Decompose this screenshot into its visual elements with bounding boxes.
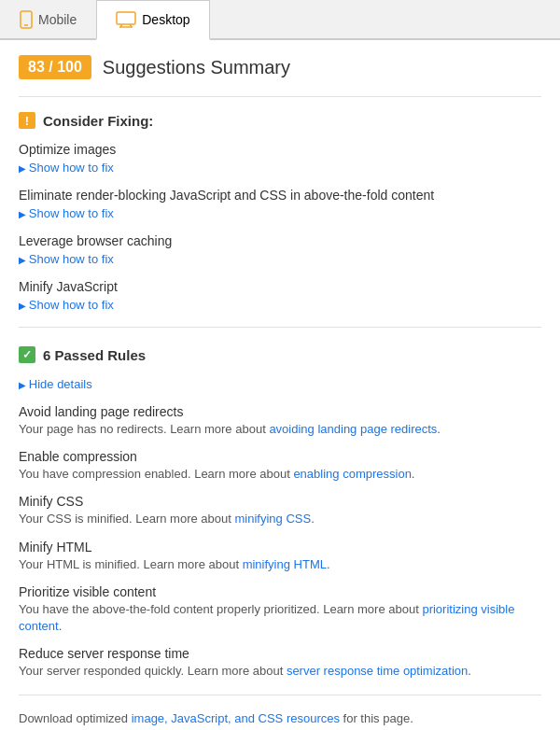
passed-rules-header: ✓ 6 Passed Rules (19, 346, 541, 363)
tab-mobile[interactable]: Mobile (0, 0, 96, 38)
svg-rect-2 (117, 12, 135, 24)
show-fix-link-3[interactable]: Show how to fix (19, 298, 114, 312)
passed-desc-before-1: You have compression enabled. Learn more… (19, 467, 293, 481)
passed-item-desc-3: Your HTML is minified. Learn more about … (19, 556, 541, 573)
suggestion-title-3: Minify JavaScript (19, 279, 541, 294)
mobile-icon (20, 10, 33, 29)
passed-item-desc-1: You have compression enabled. Learn more… (19, 466, 541, 483)
suggestion-item-1: Eliminate render-blocking JavaScript and… (19, 188, 541, 220)
consider-fixing-header: ! Consider Fixing: (19, 112, 541, 129)
passed-item-5: Reduce server response time Your server … (19, 646, 541, 680)
show-fix-link-1[interactable]: Show how to fix (19, 206, 114, 220)
checkmark-icon: ✓ (19, 346, 35, 363)
passed-item-desc-2: Your CSS is minified. Learn more about m… (19, 511, 541, 527)
score-header: 83 / 100 Suggestions Summary (19, 55, 541, 79)
passed-item-2: Minify CSS Your CSS is minified. Learn m… (19, 494, 541, 527)
passed-desc-after-1: . (412, 467, 415, 481)
passed-link-5[interactable]: server response time optimization (287, 664, 468, 678)
passed-link-2[interactable]: minifying CSS (234, 512, 311, 526)
passed-link-1[interactable]: enabling compression (293, 467, 411, 481)
passed-desc-after-3: . (327, 557, 330, 571)
passed-item-desc-5: Your server responded quickly. Learn mor… (19, 663, 541, 680)
hide-details-link[interactable]: Hide details (19, 377, 92, 391)
passed-item-title-4: Prioritize visible content (19, 584, 541, 599)
suggestion-title-0: Optimize images (19, 142, 541, 157)
divider-1 (19, 96, 541, 97)
passed-link-3[interactable]: minifying HTML (243, 557, 327, 571)
passed-desc-before-3: Your HTML is minified. Learn more about (19, 557, 243, 571)
warning-icon: ! (19, 112, 35, 129)
passed-item-desc-4: You have the above-the-fold content prop… (19, 601, 541, 635)
divider-2 (19, 327, 541, 328)
tab-bar: Mobile Desktop (0, 0, 560, 40)
show-fix-link-2[interactable]: Show how to fix (19, 252, 114, 266)
score-title: Suggestions Summary (103, 57, 290, 78)
passed-desc-before-4: You have the above-the-fold content prop… (19, 602, 422, 616)
passed-item-title-2: Minify CSS (19, 494, 541, 509)
divider-3 (19, 695, 541, 695)
passed-item-0: Avoid landing page redirects Your page h… (19, 404, 541, 438)
passed-item-3: Minify HTML Your HTML is minified. Learn… (19, 540, 541, 573)
score-badge: 83 / 100 (19, 55, 91, 79)
consider-fixing-label: Consider Fixing: (43, 113, 153, 129)
main-content: 83 / 100 Suggestions Summary ! Consider … (0, 40, 560, 730)
desktop-icon (116, 11, 136, 28)
passed-desc-after-2: . (311, 512, 315, 526)
passed-rules-section: ✓ 6 Passed Rules Hide details Avoid land… (19, 346, 541, 680)
suggestion-title-2: Leverage browser caching (19, 233, 541, 248)
passed-desc-before-5: Your server responded quickly. Learn mor… (19, 664, 287, 678)
passed-rules-label: 6 Passed Rules (43, 347, 146, 363)
tab-desktop[interactable]: Desktop (96, 0, 209, 40)
passed-desc-after-0: . (437, 422, 441, 436)
show-fix-link-0[interactable]: Show how to fix (19, 161, 114, 175)
suggestion-item-0: Optimize images Show how to fix (19, 142, 541, 175)
footer-before: Download optimized (19, 711, 132, 725)
footer-after: for this page. (340, 711, 413, 725)
passed-item-desc-0: Your page has no redirects. Learn more a… (19, 421, 541, 438)
tab-mobile-label: Mobile (38, 12, 77, 27)
suggestion-item-3: Minify JavaScript Show how to fix (19, 279, 541, 312)
footer-link[interactable]: image, JavaScript, and CSS resources (132, 711, 340, 725)
passed-desc-before-0: Your page has no redirects. Learn more a… (19, 422, 269, 436)
suggestion-title-1: Eliminate render-blocking JavaScript and… (19, 188, 541, 203)
passed-item-title-1: Enable compression (19, 449, 541, 464)
passed-item-4: Prioritize visible content You have the … (19, 584, 541, 635)
passed-item-title-5: Reduce server response time (19, 646, 541, 661)
passed-item-1: Enable compression You have compression … (19, 449, 541, 483)
passed-link-0[interactable]: avoiding landing page redirects (269, 422, 437, 436)
passed-desc-after-4: . (59, 619, 63, 633)
passed-desc-before-2: Your CSS is minified. Learn more about (19, 512, 234, 526)
passed-item-title-0: Avoid landing page redirects (19, 404, 541, 419)
footer-text: Download optimized image, JavaScript, an… (19, 710, 541, 727)
passed-item-title-3: Minify HTML (19, 540, 541, 555)
passed-desc-after-5: . (468, 664, 471, 678)
tab-desktop-label: Desktop (142, 12, 189, 27)
suggestion-item-2: Leverage browser caching Show how to fix (19, 233, 541, 266)
